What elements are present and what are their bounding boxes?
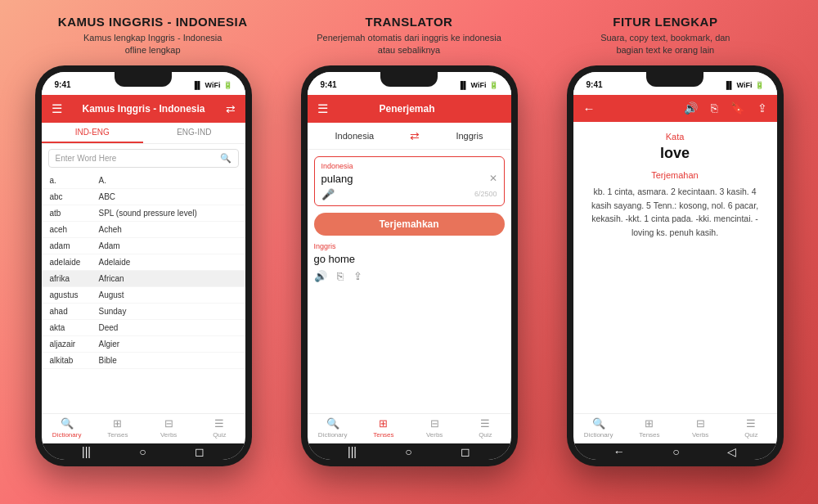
recents-icon[interactable]: ◻ <box>195 445 204 458</box>
verbs-icon-3: ⊟ <box>696 417 705 430</box>
lang-row: Indonesia ⇄ Inggris <box>308 123 511 150</box>
translate-icon-1[interactable]: ⇄ <box>226 102 236 115</box>
share-header-icon[interactable]: ⇪ <box>757 101 767 115</box>
status-icons-2: ▐▌ WiFi 🔋 <box>458 81 498 89</box>
speaker-icon[interactable]: 🔊 <box>314 270 327 282</box>
header-title-1: KAMUS INGGRIS - INDONESIA <box>25 15 281 29</box>
dict-row-ahad[interactable]: ahad Sunday <box>42 304 245 320</box>
dict-key: alkitab <box>50 356 99 365</box>
tenses-icon: ⊞ <box>113 417 122 430</box>
trans-input-area[interactable]: Indonesia pulang ✕ 🎤 6/2500 <box>314 156 505 206</box>
nav-label-2: Tenses <box>373 431 393 439</box>
dict-row-a[interactable]: a. A. <box>42 173 245 189</box>
lang-from[interactable]: Indonesia <box>335 131 375 141</box>
header-title-2: TRANSLATOR <box>281 15 537 29</box>
dict-key: adelaide <box>50 258 99 267</box>
dict-val: Adelaide <box>99 258 237 267</box>
nav-label-2: Quiz <box>479 431 492 439</box>
search-icon[interactable]: 🔍 <box>220 153 231 164</box>
nav-label: Dictionary <box>52 431 82 439</box>
trans-output-area: Inggris go home 🔊 ⎘ ⇪ <box>314 242 505 282</box>
home-icon-3[interactable]: ○ <box>672 445 679 458</box>
dict-key: agustus <box>50 290 99 299</box>
mic-icon[interactable]: 🎤 <box>321 188 335 200</box>
tab-ind-eng[interactable]: IND-ENG <box>42 123 144 143</box>
bottom-nav-3: 🔍 Dictionary ⊞ Tenses ⊟ Verbs ☰ Quiz <box>573 413 777 443</box>
dict-tabs: IND-ENG ENG-IND <box>42 123 245 144</box>
header-subtitle-2: Penerjemah otomatis dari inggris ke indo… <box>281 32 537 57</box>
trans-bottom-row: 🎤 6/2500 <box>321 188 497 200</box>
search-bar[interactable]: Enter Word Here 🔍 <box>48 149 239 168</box>
nav-tenses-1[interactable]: ⊞ Tenses <box>92 417 143 439</box>
nav-quiz-3[interactable]: ☰ Quiz <box>726 417 776 439</box>
dict-key: aljazair <box>50 340 99 349</box>
nav-label-2: Dictionary <box>318 431 348 439</box>
copy-icon[interactable]: ⎘ <box>337 270 344 282</box>
dict-list: a. A. abc ABC atb SPL (sound pressure le… <box>42 173 245 413</box>
signal-icon-2: ▐▌ <box>458 81 469 89</box>
home-icon-2[interactable]: ○ <box>405 445 411 458</box>
app-header-1: ☰ Kamus Inggris - Indonesia ⇄ <box>42 95 245 123</box>
dict-row-adelaide[interactable]: adelaide Adelaide <box>42 254 245 271</box>
translate-button[interactable]: Terjemahkan <box>314 213 505 236</box>
back-icon-2[interactable]: ||| <box>348 445 357 458</box>
nav-tenses-2[interactable]: ⊞ Tenses <box>358 417 409 439</box>
dict-val: August <box>99 290 237 299</box>
nav-quiz-2[interactable]: ☰ Quiz <box>460 417 510 439</box>
menu-icon-1[interactable]: ☰ <box>52 101 62 116</box>
dict-row-adam[interactable]: adam Adam <box>42 238 245 254</box>
dict-row-akta[interactable]: akta Deed <box>42 320 245 336</box>
home-icon[interactable]: ○ <box>139 445 146 458</box>
dictionary-icon-2: 🔍 <box>326 417 339 430</box>
recents-icon-2[interactable]: ◻ <box>461 445 470 458</box>
dict-key: a. <box>50 176 99 185</box>
bookmark-header-icon[interactable]: 🔖 <box>730 101 744 115</box>
nav-verbs-3[interactable]: ⊟ Verbs <box>675 417 726 439</box>
detail-word: love <box>587 145 764 162</box>
dict-row-afrika[interactable]: afrika African <box>42 271 245 287</box>
trans-action-icons: 🔊 ⎘ ⇪ <box>314 270 505 282</box>
lang-to[interactable]: Inggris <box>456 131 483 141</box>
dict-val: A. <box>99 176 237 185</box>
nav-verbs-2[interactable]: ⊟ Verbs <box>409 417 460 439</box>
close-icon[interactable]: ✕ <box>489 173 497 184</box>
dict-val: Acheh <box>99 225 237 234</box>
tab-eng-ind[interactable]: ENG-IND <box>143 123 245 143</box>
dict-row-abc[interactable]: abc ABC <box>42 189 245 205</box>
swap-icon[interactable]: ⇄ <box>410 129 420 142</box>
nav-quiz-1[interactable]: ☰ Quiz <box>194 417 245 439</box>
wifi-icon-2: WiFi <box>471 81 487 89</box>
nav-label-3: Quiz <box>744 431 757 439</box>
dict-row-aljazair[interactable]: aljazair Algier <box>42 336 245 353</box>
char-count: 6/2500 <box>474 190 497 198</box>
back-arrow-icon[interactable]: ← <box>583 101 596 115</box>
trans-input-text[interactable]: pulang <box>321 173 353 185</box>
nav-label: Tenses <box>107 431 128 439</box>
dict-row-alkitab[interactable]: alkitab Bible <box>42 353 245 369</box>
header-col-1: KAMUS INGGRIS - INDONESIA Kamus lengkap … <box>25 15 281 57</box>
menu-icon-2[interactable]: ☰ <box>317 101 328 116</box>
back-icon-3[interactable]: ← <box>614 445 625 458</box>
verbs-icon-2: ⊟ <box>430 417 439 430</box>
copy-header-icon[interactable]: ⎘ <box>711 101 717 115</box>
nav-dictionary-2[interactable]: 🔍 Dictionary <box>308 417 358 439</box>
bottom-nav-2: 🔍 Dictionary ⊞ Tenses ⊟ Verbs ☰ Quiz <box>308 413 511 443</box>
notch-2 <box>380 72 438 87</box>
dict-row-agustus[interactable]: agustus August <box>42 287 245 304</box>
dict-val: Bible <box>99 356 237 365</box>
nav-verbs-1[interactable]: ⊟ Verbs <box>143 417 194 439</box>
share-icon[interactable]: ⇪ <box>353 270 362 282</box>
header-col-2: TRANSLATOR Penerjemah otomatis dari ingg… <box>281 15 537 57</box>
nav-dictionary-1[interactable]: 🔍 Dictionary <box>42 417 92 439</box>
recents-icon-3[interactable]: ◁ <box>727 445 736 458</box>
dict-row-aceh[interactable]: aceh Acheh <box>42 222 245 238</box>
app-title-1: Kamus Inggris - Indonesia <box>82 103 204 115</box>
home-bar-2: ||| ○ ◻ <box>308 443 511 460</box>
status-icons-3: ▐▌ WiFi 🔋 <box>724 81 764 89</box>
speaker-header-icon[interactable]: 🔊 <box>684 101 698 115</box>
nav-tenses-3[interactable]: ⊞ Tenses <box>624 417 675 439</box>
detail-translation: kb. 1 cinta, asmara. 2 kecintaan. 3 kasi… <box>587 185 764 240</box>
dict-row-atb[interactable]: atb SPL (sound pressure level) <box>42 205 245 222</box>
nav-dictionary-3[interactable]: 🔍 Dictionary <box>573 417 624 439</box>
back-icon[interactable]: ||| <box>82 445 91 458</box>
